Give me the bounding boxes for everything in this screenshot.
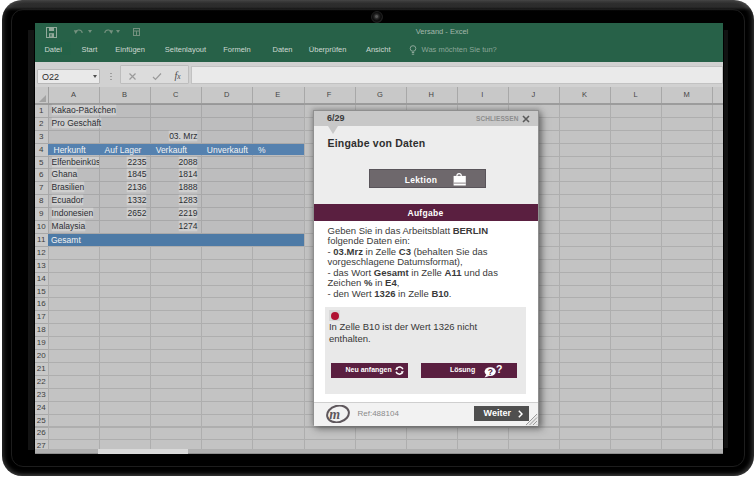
svg-text:?: ? [488, 367, 493, 377]
svg-text:m: m [329, 407, 340, 422]
svg-text:?: ? [496, 363, 502, 375]
